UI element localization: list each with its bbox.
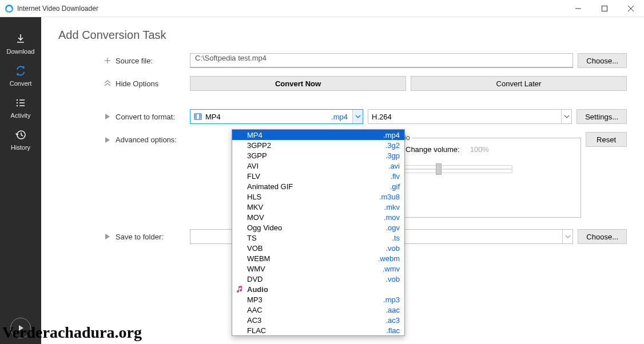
format-dropdown[interactable]: MP4.mp43GPP2.3g23GPP.3gpAVI.aviFLV.flvAn… bbox=[232, 129, 405, 336]
titlebar: Internet Video Downloader bbox=[0, 0, 644, 17]
format-dropdown-item[interactable]: 3GPP2.3g2 bbox=[232, 140, 404, 150]
format-combobox[interactable]: MP4 .mp4 bbox=[190, 109, 363, 124]
collapse-icon[interactable] bbox=[104, 80, 111, 87]
format-item-ext: .avi bbox=[388, 162, 400, 170]
film-icon bbox=[194, 113, 202, 121]
format-dropdown-item[interactable]: AC3.ac3 bbox=[232, 315, 404, 325]
format-dropdown-item[interactable]: DVD.vob bbox=[232, 274, 404, 284]
sidebar-item-label: Activity bbox=[11, 112, 31, 119]
format-item-name: 3GPP2 bbox=[247, 141, 271, 150]
play-row-icon bbox=[104, 113, 111, 120]
app-icon bbox=[5, 4, 14, 13]
format-item-name: AVI bbox=[247, 162, 259, 170]
format-dropdown-item[interactable]: Ogg Video.ogv bbox=[232, 222, 404, 233]
format-item-ext: .wmv bbox=[383, 265, 400, 273]
activity-icon bbox=[14, 96, 27, 110]
chevron-down-icon bbox=[561, 110, 571, 123]
svg-point-7 bbox=[17, 105, 18, 106]
chevron-down-icon bbox=[562, 230, 573, 243]
format-item-ext: .ogv bbox=[385, 223, 400, 232]
format-dropdown-item[interactable]: 3GPP.3gp bbox=[232, 150, 404, 161]
format-item-ext: .mkv bbox=[384, 203, 400, 211]
codec-combobox[interactable]: H.264 bbox=[368, 109, 572, 124]
audio-groupbox: Audio Change volume: 100% bbox=[383, 138, 581, 218]
format-dropdown-item[interactable]: MP4.mp4 bbox=[232, 130, 404, 140]
sidebar-item-history[interactable]: History bbox=[0, 123, 41, 155]
format-item-name: FLAC bbox=[247, 326, 266, 335]
choose-source-button[interactable]: Choose... bbox=[578, 53, 627, 68]
sidebar-item-download[interactable]: Download bbox=[0, 27, 41, 59]
format-item-ext: .aac bbox=[385, 306, 400, 314]
page-title: Add Conversion Task bbox=[58, 29, 627, 42]
format-dropdown-header: Audio bbox=[232, 284, 404, 294]
codec-combobox-value: H.264 bbox=[372, 113, 392, 121]
slider-thumb[interactable] bbox=[436, 163, 442, 175]
format-dropdown-item[interactable]: AAC.aac bbox=[232, 305, 404, 315]
minimize-button[interactable] bbox=[565, 0, 591, 17]
watermark-text: Verderachadura.org bbox=[2, 323, 142, 342]
format-item-ext: .vob bbox=[385, 244, 400, 253]
sidebar-item-activity[interactable]: Activity bbox=[0, 91, 41, 123]
format-dropdown-item[interactable]: WMV.wmv bbox=[232, 263, 404, 274]
convert-now-button[interactable]: Convert Now bbox=[190, 76, 406, 91]
sidebar: Download Convert Activity History bbox=[0, 17, 41, 344]
format-item-ext: .3g2 bbox=[385, 141, 400, 150]
svg-point-6 bbox=[17, 102, 18, 103]
source-file-field[interactable]: C:\Softpedia test.mp4 bbox=[190, 53, 573, 68]
format-dropdown-item[interactable]: Animated GIF.gif bbox=[232, 181, 404, 191]
format-combobox-ext: .mp4 bbox=[331, 113, 348, 121]
format-item-name: VOB bbox=[247, 244, 263, 253]
format-dropdown-item[interactable]: MKV.mkv bbox=[232, 202, 404, 212]
svg-rect-2 bbox=[602, 6, 607, 11]
format-item-name: HLS bbox=[247, 193, 261, 201]
format-dropdown-item[interactable]: MP3.mp3 bbox=[232, 294, 404, 305]
hide-options-label[interactable]: Hide Options bbox=[116, 79, 158, 88]
convert-later-button[interactable]: Convert Later bbox=[411, 76, 627, 91]
format-item-name: MOV bbox=[247, 213, 264, 222]
content-area: Add Conversion Task Source file: C:\Soft… bbox=[41, 17, 644, 344]
format-item-ext: .flac bbox=[386, 326, 400, 335]
format-dropdown-item[interactable]: MOV.mov bbox=[232, 212, 404, 222]
format-item-name: TS bbox=[247, 234, 257, 242]
format-item-ext: .webm bbox=[378, 254, 400, 263]
svg-rect-14 bbox=[194, 114, 201, 119]
format-item-name: MKV bbox=[247, 203, 263, 211]
format-item-name: DVD bbox=[247, 275, 263, 283]
play-row-icon bbox=[104, 137, 111, 143]
format-item-ext: .gif bbox=[390, 182, 400, 191]
format-item-ext: .vob bbox=[385, 275, 400, 283]
format-dropdown-item[interactable]: FLV.flv bbox=[232, 171, 404, 181]
svg-point-5 bbox=[17, 99, 18, 101]
format-combobox-value: MP4 bbox=[205, 113, 221, 121]
format-item-name: WMV bbox=[247, 265, 265, 273]
history-icon bbox=[14, 128, 27, 142]
sidebar-item-convert[interactable]: Convert bbox=[0, 59, 41, 91]
volume-slider[interactable] bbox=[392, 165, 512, 173]
music-icon bbox=[236, 285, 244, 293]
format-item-ext: .flv bbox=[390, 172, 400, 181]
format-item-name: MP3 bbox=[247, 295, 263, 304]
format-item-name: FLV bbox=[247, 172, 260, 181]
reset-button[interactable]: Reset bbox=[586, 132, 627, 147]
format-item-ext: .mp4 bbox=[383, 131, 400, 139]
format-dropdown-item[interactable]: AVI.avi bbox=[232, 161, 404, 171]
format-dropdown-item[interactable]: VOB.vob bbox=[232, 243, 404, 253]
format-dropdown-item[interactable]: WEBM.webm bbox=[232, 253, 404, 263]
format-item-ext: .ts bbox=[392, 234, 400, 242]
volume-value: 100% bbox=[470, 145, 489, 154]
format-dropdown-item[interactable]: FLAC.flac bbox=[232, 325, 404, 335]
format-dropdown-item[interactable]: HLS.m3u8 bbox=[232, 191, 404, 202]
advanced-options-label: Advanced options: bbox=[116, 135, 177, 144]
format-item-ext: .mp3 bbox=[383, 295, 400, 304]
choose-folder-button[interactable]: Choose... bbox=[578, 229, 627, 244]
plus-icon bbox=[104, 57, 111, 64]
settings-button[interactable]: Settings... bbox=[577, 109, 627, 124]
format-item-name: Audio bbox=[247, 285, 268, 294]
format-item-name: Animated GIF bbox=[247, 182, 293, 191]
close-button[interactable] bbox=[618, 0, 644, 17]
format-dropdown-item[interactable]: TS.ts bbox=[232, 233, 404, 243]
source-file-label: Source file: bbox=[116, 57, 153, 65]
save-to-label: Save to folder: bbox=[116, 233, 164, 241]
change-volume-label: Change volume: bbox=[406, 145, 460, 154]
maximize-button[interactable] bbox=[591, 0, 618, 17]
